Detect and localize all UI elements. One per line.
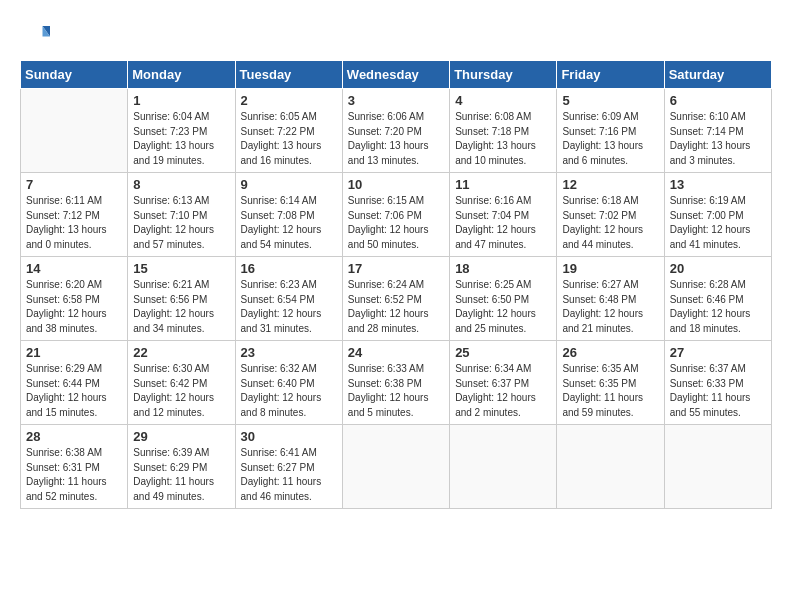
day-number: 10: [348, 177, 444, 192]
day-info: Sunrise: 6:14 AM Sunset: 7:08 PM Dayligh…: [241, 194, 337, 252]
calendar-table: SundayMondayTuesdayWednesdayThursdayFrid…: [20, 60, 772, 509]
day-number: 16: [241, 261, 337, 276]
day-number: 5: [562, 93, 658, 108]
day-info: Sunrise: 6:20 AM Sunset: 6:58 PM Dayligh…: [26, 278, 122, 336]
day-info: Sunrise: 6:35 AM Sunset: 6:35 PM Dayligh…: [562, 362, 658, 420]
calendar-cell: 7Sunrise: 6:11 AM Sunset: 7:12 PM Daylig…: [21, 173, 128, 257]
day-info: Sunrise: 6:18 AM Sunset: 7:02 PM Dayligh…: [562, 194, 658, 252]
day-number: 22: [133, 345, 229, 360]
header-day-monday: Monday: [128, 61, 235, 89]
day-number: 17: [348, 261, 444, 276]
day-number: 18: [455, 261, 551, 276]
day-number: 24: [348, 345, 444, 360]
calendar-cell: 21Sunrise: 6:29 AM Sunset: 6:44 PM Dayli…: [21, 341, 128, 425]
day-info: Sunrise: 6:37 AM Sunset: 6:33 PM Dayligh…: [670, 362, 766, 420]
day-info: Sunrise: 6:24 AM Sunset: 6:52 PM Dayligh…: [348, 278, 444, 336]
calendar-cell: 16Sunrise: 6:23 AM Sunset: 6:54 PM Dayli…: [235, 257, 342, 341]
header-day-sunday: Sunday: [21, 61, 128, 89]
page-header: [20, 20, 772, 50]
day-info: Sunrise: 6:39 AM Sunset: 6:29 PM Dayligh…: [133, 446, 229, 504]
calendar-cell: [450, 425, 557, 509]
calendar-cell: 2Sunrise: 6:05 AM Sunset: 7:22 PM Daylig…: [235, 89, 342, 173]
calendar-cell: 3Sunrise: 6:06 AM Sunset: 7:20 PM Daylig…: [342, 89, 449, 173]
week-row-1: 7Sunrise: 6:11 AM Sunset: 7:12 PM Daylig…: [21, 173, 772, 257]
calendar-cell: 17Sunrise: 6:24 AM Sunset: 6:52 PM Dayli…: [342, 257, 449, 341]
day-number: 4: [455, 93, 551, 108]
day-info: Sunrise: 6:11 AM Sunset: 7:12 PM Dayligh…: [26, 194, 122, 252]
week-row-3: 21Sunrise: 6:29 AM Sunset: 6:44 PM Dayli…: [21, 341, 772, 425]
calendar-cell: 28Sunrise: 6:38 AM Sunset: 6:31 PM Dayli…: [21, 425, 128, 509]
calendar-cell: 20Sunrise: 6:28 AM Sunset: 6:46 PM Dayli…: [664, 257, 771, 341]
calendar-cell: 26Sunrise: 6:35 AM Sunset: 6:35 PM Dayli…: [557, 341, 664, 425]
calendar-cell: 6Sunrise: 6:10 AM Sunset: 7:14 PM Daylig…: [664, 89, 771, 173]
calendar-cell: [557, 425, 664, 509]
day-info: Sunrise: 6:38 AM Sunset: 6:31 PM Dayligh…: [26, 446, 122, 504]
calendar-cell: [664, 425, 771, 509]
day-number: 3: [348, 93, 444, 108]
calendar-cell: 18Sunrise: 6:25 AM Sunset: 6:50 PM Dayli…: [450, 257, 557, 341]
calendar-cell: 25Sunrise: 6:34 AM Sunset: 6:37 PM Dayli…: [450, 341, 557, 425]
day-number: 13: [670, 177, 766, 192]
day-info: Sunrise: 6:28 AM Sunset: 6:46 PM Dayligh…: [670, 278, 766, 336]
day-info: Sunrise: 6:27 AM Sunset: 6:48 PM Dayligh…: [562, 278, 658, 336]
calendar-cell: 8Sunrise: 6:13 AM Sunset: 7:10 PM Daylig…: [128, 173, 235, 257]
calendar-cell: 13Sunrise: 6:19 AM Sunset: 7:00 PM Dayli…: [664, 173, 771, 257]
calendar-cell: 23Sunrise: 6:32 AM Sunset: 6:40 PM Dayli…: [235, 341, 342, 425]
day-number: 20: [670, 261, 766, 276]
header-day-tuesday: Tuesday: [235, 61, 342, 89]
day-info: Sunrise: 6:08 AM Sunset: 7:18 PM Dayligh…: [455, 110, 551, 168]
day-info: Sunrise: 6:06 AM Sunset: 7:20 PM Dayligh…: [348, 110, 444, 168]
day-info: Sunrise: 6:16 AM Sunset: 7:04 PM Dayligh…: [455, 194, 551, 252]
calendar-cell: 11Sunrise: 6:16 AM Sunset: 7:04 PM Dayli…: [450, 173, 557, 257]
calendar-cell: [342, 425, 449, 509]
calendar-cell: 24Sunrise: 6:33 AM Sunset: 6:38 PM Dayli…: [342, 341, 449, 425]
day-info: Sunrise: 6:19 AM Sunset: 7:00 PM Dayligh…: [670, 194, 766, 252]
day-number: 15: [133, 261, 229, 276]
day-info: Sunrise: 6:29 AM Sunset: 6:44 PM Dayligh…: [26, 362, 122, 420]
day-number: 27: [670, 345, 766, 360]
day-number: 7: [26, 177, 122, 192]
calendar-header: SundayMondayTuesdayWednesdayThursdayFrid…: [21, 61, 772, 89]
calendar-cell: 1Sunrise: 6:04 AM Sunset: 7:23 PM Daylig…: [128, 89, 235, 173]
calendar-cell: 14Sunrise: 6:20 AM Sunset: 6:58 PM Dayli…: [21, 257, 128, 341]
day-info: Sunrise: 6:10 AM Sunset: 7:14 PM Dayligh…: [670, 110, 766, 168]
day-info: Sunrise: 6:05 AM Sunset: 7:22 PM Dayligh…: [241, 110, 337, 168]
day-info: Sunrise: 6:34 AM Sunset: 6:37 PM Dayligh…: [455, 362, 551, 420]
calendar-cell: 29Sunrise: 6:39 AM Sunset: 6:29 PM Dayli…: [128, 425, 235, 509]
day-number: 19: [562, 261, 658, 276]
day-info: Sunrise: 6:33 AM Sunset: 6:38 PM Dayligh…: [348, 362, 444, 420]
day-info: Sunrise: 6:32 AM Sunset: 6:40 PM Dayligh…: [241, 362, 337, 420]
day-info: Sunrise: 6:15 AM Sunset: 7:06 PM Dayligh…: [348, 194, 444, 252]
header-row: SundayMondayTuesdayWednesdayThursdayFrid…: [21, 61, 772, 89]
header-day-wednesday: Wednesday: [342, 61, 449, 89]
day-number: 30: [241, 429, 337, 444]
calendar-cell: 27Sunrise: 6:37 AM Sunset: 6:33 PM Dayli…: [664, 341, 771, 425]
day-info: Sunrise: 6:25 AM Sunset: 6:50 PM Dayligh…: [455, 278, 551, 336]
calendar-cell: 10Sunrise: 6:15 AM Sunset: 7:06 PM Dayli…: [342, 173, 449, 257]
day-info: Sunrise: 6:09 AM Sunset: 7:16 PM Dayligh…: [562, 110, 658, 168]
day-number: 12: [562, 177, 658, 192]
day-number: 14: [26, 261, 122, 276]
header-day-friday: Friday: [557, 61, 664, 89]
day-info: Sunrise: 6:30 AM Sunset: 6:42 PM Dayligh…: [133, 362, 229, 420]
day-number: 6: [670, 93, 766, 108]
calendar-cell: 19Sunrise: 6:27 AM Sunset: 6:48 PM Dayli…: [557, 257, 664, 341]
calendar-cell: 4Sunrise: 6:08 AM Sunset: 7:18 PM Daylig…: [450, 89, 557, 173]
day-number: 28: [26, 429, 122, 444]
logo-icon: [20, 20, 50, 50]
day-number: 26: [562, 345, 658, 360]
calendar-body: 1Sunrise: 6:04 AM Sunset: 7:23 PM Daylig…: [21, 89, 772, 509]
week-row-4: 28Sunrise: 6:38 AM Sunset: 6:31 PM Dayli…: [21, 425, 772, 509]
week-row-0: 1Sunrise: 6:04 AM Sunset: 7:23 PM Daylig…: [21, 89, 772, 173]
calendar-cell: 12Sunrise: 6:18 AM Sunset: 7:02 PM Dayli…: [557, 173, 664, 257]
calendar-cell: 15Sunrise: 6:21 AM Sunset: 6:56 PM Dayli…: [128, 257, 235, 341]
day-number: 25: [455, 345, 551, 360]
day-number: 29: [133, 429, 229, 444]
calendar-cell: [21, 89, 128, 173]
day-number: 21: [26, 345, 122, 360]
day-number: 23: [241, 345, 337, 360]
week-row-2: 14Sunrise: 6:20 AM Sunset: 6:58 PM Dayli…: [21, 257, 772, 341]
day-info: Sunrise: 6:21 AM Sunset: 6:56 PM Dayligh…: [133, 278, 229, 336]
logo: [20, 20, 54, 50]
header-day-saturday: Saturday: [664, 61, 771, 89]
